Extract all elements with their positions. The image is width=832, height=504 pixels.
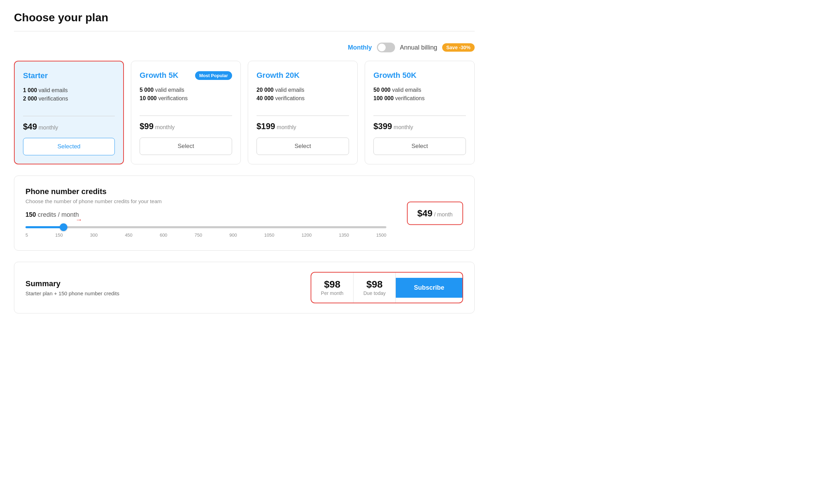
plan-select-button-growth-50k[interactable]: Select	[373, 138, 466, 155]
plan-verifications-growth-5k: 10 000 verifications	[140, 95, 232, 102]
credits-slider[interactable]	[25, 226, 386, 228]
billing-toggle-switch[interactable]	[377, 43, 395, 52]
slider-label: 450	[125, 232, 133, 238]
slider-labels: 51503004506007509001050120013501500	[25, 232, 386, 238]
slider-label: 1200	[302, 232, 312, 238]
slider-label: 750	[194, 232, 202, 238]
plan-card-header-growth-50k: Growth 50K	[373, 71, 466, 80]
plan-card-header-starter: Starter	[23, 71, 115, 80]
credits-amount-label: 150 credits / month	[25, 211, 463, 218]
credits-price-box: $49 / month	[407, 201, 463, 225]
credits-subtitle: Choose the number of phone number credit…	[25, 198, 463, 204]
plan-price-growth-20k: $199 monthly	[257, 121, 349, 131]
plan-verifications-starter: 2 000 verifications	[23, 96, 115, 102]
summary-per-month-block: $98 Per month	[311, 273, 354, 303]
subscribe-button[interactable]: Subscribe	[396, 278, 462, 298]
plan-card-header-growth-20k: Growth 20K	[257, 71, 349, 80]
summary-title: Summary	[25, 279, 119, 288]
billing-annual-label: Annual billing	[400, 44, 437, 51]
plan-price-growth-50k: $399 monthly	[373, 121, 466, 131]
slider-label: 300	[90, 232, 98, 238]
plan-name-growth-20k: Growth 20K	[257, 71, 299, 80]
plan-name-starter: Starter	[23, 71, 48, 80]
plan-emails-growth-20k: 20 000 valid emails	[257, 87, 349, 93]
plan-card-header-growth-5k: Growth 5K Most Popular	[140, 71, 232, 80]
plan-divider-growth-50k	[373, 116, 466, 116]
slider-label: 5	[25, 232, 28, 238]
summary-right: $98 Per month $98 Due today Subscribe	[311, 272, 463, 303]
plan-verifications-growth-50k: 100 000 verifications	[373, 95, 466, 102]
plan-select-button-starter[interactable]: Selected	[23, 138, 115, 155]
plan-card-starter: Starter 1 000 valid emails 2 000 verific…	[14, 61, 124, 164]
slider-label: 600	[160, 232, 168, 238]
slider-label: 1350	[339, 232, 349, 238]
plan-select-button-growth-5k[interactable]: Select	[140, 138, 232, 155]
plan-verifications-growth-20k: 40 000 verifications	[257, 95, 349, 102]
summary-per-month-label: Per month	[321, 290, 344, 296]
plan-card-growth-20k: Growth 20K 20 000 valid emails 40 000 ve…	[248, 61, 358, 164]
plan-emails-starter: 1 000 valid emails	[23, 87, 115, 94]
summary-due-today-amount: $98	[363, 279, 386, 290]
most-popular-badge: Most Popular	[195, 71, 232, 80]
summary-section: Summary Starter plan + 150 phone number …	[14, 262, 475, 313]
summary-left: Summary Starter plan + 150 phone number …	[25, 279, 119, 296]
plan-features-starter: 1 000 valid emails 2 000 verifications	[23, 87, 115, 104]
plan-features-growth-50k: 50 000 valid emails 100 000 verification…	[373, 87, 466, 104]
plan-emails-growth-5k: 5 000 valid emails	[140, 87, 232, 93]
plan-divider-starter	[23, 116, 115, 116]
slider-container: → 51503004506007509001050120013501500	[25, 223, 386, 238]
credits-amount-value: 150	[25, 211, 36, 218]
plan-emails-growth-50k: 50 000 valid emails	[373, 87, 466, 93]
plans-grid: Starter 1 000 valid emails 2 000 verific…	[14, 61, 475, 164]
billing-toggle-row: Monthly Annual billing Save -30%	[14, 43, 475, 52]
save-badge: Save -30%	[442, 43, 475, 52]
summary-per-month-amount: $98	[321, 279, 344, 290]
plan-select-button-growth-20k[interactable]: Select	[257, 138, 349, 155]
plan-features-growth-5k: 5 000 valid emails 10 000 verifications	[140, 87, 232, 104]
plan-features-growth-20k: 20 000 valid emails 40 000 verifications	[257, 87, 349, 104]
billing-monthly-label: Monthly	[348, 44, 372, 51]
slider-label: 1500	[376, 232, 386, 238]
credits-amount-unit: credits / month	[38, 211, 79, 218]
summary-description: Starter plan + 150 phone number credits	[25, 290, 119, 296]
plan-card-growth-50k: Growth 50K 50 000 valid emails 100 000 v…	[365, 61, 475, 164]
credits-section: Phone number credits Choose the number o…	[14, 176, 475, 251]
credits-price-amount: $49	[417, 208, 432, 218]
plan-price-starter: $49 monthly	[23, 122, 115, 132]
slider-label: 1050	[264, 232, 274, 238]
plan-price-growth-5k: $99 monthly	[140, 121, 232, 131]
credits-price-period: / month	[434, 211, 453, 217]
summary-due-today-label: Due today	[363, 290, 386, 296]
plan-name-growth-50k: Growth 50K	[373, 71, 416, 80]
plan-divider-growth-20k	[257, 116, 349, 116]
slider-label: 150	[55, 232, 63, 238]
credits-title: Phone number credits	[25, 187, 463, 196]
summary-due-today-block: $98 Due today	[354, 273, 396, 303]
plan-name-growth-5k: Growth 5K	[140, 71, 178, 80]
slider-arrow-icon: →	[75, 216, 82, 224]
slider-label: 900	[229, 232, 237, 238]
plan-divider-growth-5k	[140, 116, 232, 116]
plan-card-growth-5k: Growth 5K Most Popular 5 000 valid email…	[131, 61, 241, 164]
page-title: Choose your plan	[14, 11, 475, 31]
